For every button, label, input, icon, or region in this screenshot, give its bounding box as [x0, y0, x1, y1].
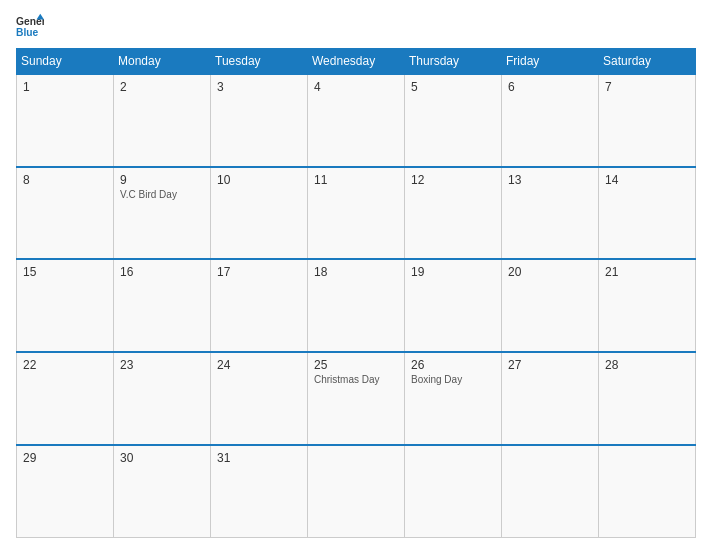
day-number: 24 [217, 358, 301, 372]
day-number: 25 [314, 358, 398, 372]
calendar-cell: 10 [211, 167, 308, 260]
day-number: 3 [217, 80, 301, 94]
day-number: 18 [314, 265, 398, 279]
calendar-cell: 27 [502, 352, 599, 445]
header-saturday: Saturday [599, 49, 696, 75]
calendar-cell: 26Boxing Day [405, 352, 502, 445]
logo-icon: General Blue [16, 12, 44, 40]
calendar-cell: 23 [114, 352, 211, 445]
day-number: 19 [411, 265, 495, 279]
calendar-cell: 16 [114, 259, 211, 352]
day-number: 27 [508, 358, 592, 372]
day-number: 29 [23, 451, 107, 465]
calendar-cell: 13 [502, 167, 599, 260]
header-sunday: Sunday [17, 49, 114, 75]
day-number: 15 [23, 265, 107, 279]
weekday-header-row: Sunday Monday Tuesday Wednesday Thursday… [17, 49, 696, 75]
calendar-cell: 8 [17, 167, 114, 260]
calendar-cell: 25Christmas Day [308, 352, 405, 445]
calendar-cell: 21 [599, 259, 696, 352]
header-wednesday: Wednesday [308, 49, 405, 75]
calendar-cell: 6 [502, 74, 599, 167]
logo: General Blue [16, 12, 44, 40]
header-tuesday: Tuesday [211, 49, 308, 75]
day-number: 5 [411, 80, 495, 94]
calendar-cell [308, 445, 405, 538]
calendar-week-3: 15161718192021 [17, 259, 696, 352]
calendar-cell: 4 [308, 74, 405, 167]
header-monday: Monday [114, 49, 211, 75]
calendar-table: Sunday Monday Tuesday Wednesday Thursday… [16, 48, 696, 538]
calendar-week-2: 89V.C Bird Day1011121314 [17, 167, 696, 260]
day-number: 28 [605, 358, 689, 372]
calendar-cell [599, 445, 696, 538]
day-number: 17 [217, 265, 301, 279]
calendar-cell: 20 [502, 259, 599, 352]
day-number: 1 [23, 80, 107, 94]
calendar-cell: 7 [599, 74, 696, 167]
day-number: 12 [411, 173, 495, 187]
day-number: 7 [605, 80, 689, 94]
day-number: 8 [23, 173, 107, 187]
day-number: 14 [605, 173, 689, 187]
header-friday: Friday [502, 49, 599, 75]
day-number: 6 [508, 80, 592, 94]
calendar-cell: 18 [308, 259, 405, 352]
day-number: 30 [120, 451, 204, 465]
calendar-cell: 11 [308, 167, 405, 260]
day-number: 4 [314, 80, 398, 94]
calendar-page: General Blue Sunday Monday Tuesday Wedne… [0, 0, 712, 550]
calendar-cell: 22 [17, 352, 114, 445]
calendar-cell [405, 445, 502, 538]
holiday-label: Christmas Day [314, 374, 398, 385]
day-number: 2 [120, 80, 204, 94]
calendar-cell: 24 [211, 352, 308, 445]
day-number: 23 [120, 358, 204, 372]
calendar-cell: 31 [211, 445, 308, 538]
calendar-cell: 17 [211, 259, 308, 352]
header-thursday: Thursday [405, 49, 502, 75]
day-number: 13 [508, 173, 592, 187]
calendar-cell: 19 [405, 259, 502, 352]
holiday-label: V.C Bird Day [120, 189, 204, 200]
calendar-cell: 28 [599, 352, 696, 445]
calendar-cell: 29 [17, 445, 114, 538]
calendar-week-5: 293031 [17, 445, 696, 538]
calendar-cell: 1 [17, 74, 114, 167]
day-number: 9 [120, 173, 204, 187]
calendar-cell: 5 [405, 74, 502, 167]
calendar-cell: 30 [114, 445, 211, 538]
day-number: 16 [120, 265, 204, 279]
holiday-label: Boxing Day [411, 374, 495, 385]
calendar-cell: 14 [599, 167, 696, 260]
calendar-week-4: 22232425Christmas Day26Boxing Day2728 [17, 352, 696, 445]
calendar-cell: 15 [17, 259, 114, 352]
day-number: 10 [217, 173, 301, 187]
calendar-week-1: 1234567 [17, 74, 696, 167]
header: General Blue [16, 12, 696, 40]
day-number: 20 [508, 265, 592, 279]
calendar-cell: 2 [114, 74, 211, 167]
day-number: 11 [314, 173, 398, 187]
calendar-cell: 12 [405, 167, 502, 260]
day-number: 31 [217, 451, 301, 465]
calendar-cell [502, 445, 599, 538]
calendar-cell: 9V.C Bird Day [114, 167, 211, 260]
day-number: 26 [411, 358, 495, 372]
calendar-cell: 3 [211, 74, 308, 167]
svg-text:Blue: Blue [16, 27, 39, 38]
day-number: 22 [23, 358, 107, 372]
day-number: 21 [605, 265, 689, 279]
